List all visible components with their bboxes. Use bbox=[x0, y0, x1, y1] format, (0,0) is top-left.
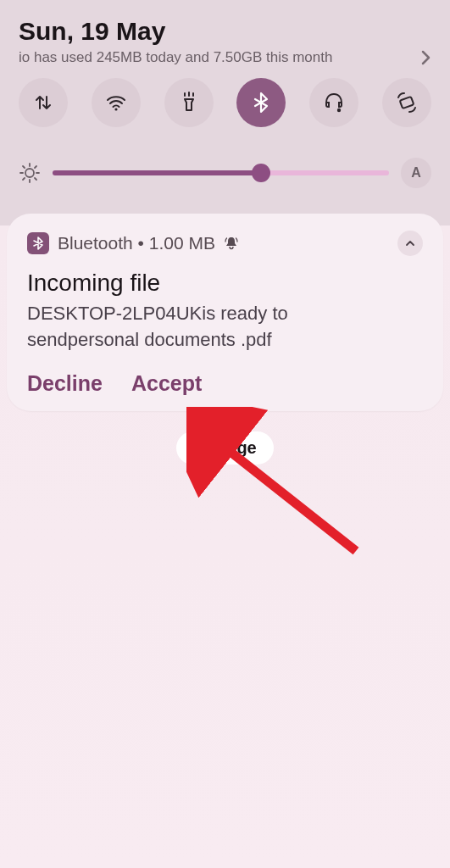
chevron-right-icon bbox=[419, 49, 431, 66]
notification-body: DESKTOP-2LP04UKis ready to sendpersonal … bbox=[27, 300, 423, 353]
rotate-toggle[interactable] bbox=[382, 78, 431, 127]
svg-point-3 bbox=[25, 169, 34, 177]
wifi-toggle[interactable] bbox=[92, 78, 141, 127]
svg-rect-2 bbox=[400, 97, 414, 108]
date-label: Sun, 19 May bbox=[19, 17, 431, 46]
flashlight-toggle[interactable] bbox=[164, 78, 214, 127]
quick-settings-tiles bbox=[19, 78, 431, 127]
quick-settings-panel: Sun, 19 May io has used 245MB today and … bbox=[0, 0, 450, 188]
notification-card: Bluetooth • 1.00 MB Incoming file DESKTO… bbox=[7, 214, 443, 411]
notification-title: Incoming file bbox=[27, 270, 423, 297]
bluetooth-app-icon bbox=[27, 232, 49, 254]
manage-button[interactable]: Manage bbox=[176, 431, 273, 465]
data-usage-text: io has used 245MB today and 7.50GB this … bbox=[19, 49, 332, 66]
sound-toggle[interactable] bbox=[309, 78, 358, 127]
decline-button[interactable]: Decline bbox=[27, 371, 103, 396]
notification-app-name: Bluetooth • 1.00 MB bbox=[58, 233, 215, 253]
svg-point-0 bbox=[114, 108, 117, 110]
svg-point-1 bbox=[337, 108, 341, 112]
brightness-icon bbox=[19, 162, 41, 184]
data-usage-row[interactable]: io has used 245MB today and 7.50GB this … bbox=[19, 49, 431, 66]
brightness-slider[interactable] bbox=[53, 170, 389, 175]
notification-header: Bluetooth • 1.00 MB bbox=[27, 231, 423, 256]
brightness-row: A bbox=[19, 158, 431, 188]
bluetooth-toggle[interactable] bbox=[236, 78, 286, 127]
accept-button[interactable]: Accept bbox=[131, 371, 202, 396]
alerting-icon bbox=[224, 236, 239, 251]
data-toggle[interactable] bbox=[19, 78, 68, 127]
notification-actions: Decline Accept bbox=[27, 371, 423, 396]
collapse-button[interactable] bbox=[397, 231, 423, 256]
slider-thumb[interactable] bbox=[252, 164, 270, 182]
auto-brightness-button[interactable]: A bbox=[401, 158, 431, 188]
